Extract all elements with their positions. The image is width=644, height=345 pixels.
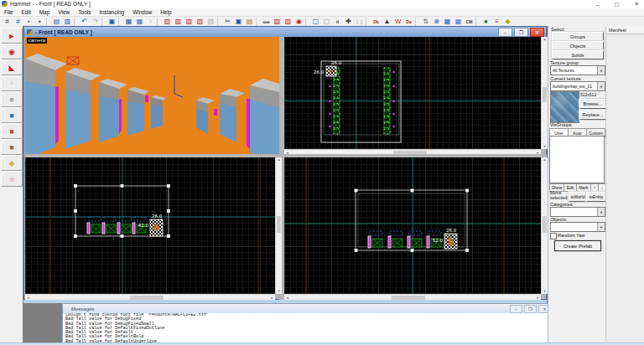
toggle-grid-3d-button[interactable]: # bbox=[13, 17, 23, 27]
menu-window[interactable]: Window bbox=[128, 9, 156, 15]
map-window-title-bar[interactable]: - Front [ READ ONLY ] –❐✕ bbox=[24, 27, 546, 37]
menu-tools[interactable]: Tools bbox=[74, 9, 95, 15]
map-window-restore-button[interactable]: ❐ bbox=[514, 28, 528, 37]
split-view-button[interactable]: ⇅ bbox=[420, 17, 431, 27]
copy-button[interactable]: ▣ bbox=[233, 17, 244, 27]
block-tool[interactable]: ■ bbox=[1, 91, 23, 107]
top-view-vscrollbar[interactable]: ▲▼ bbox=[541, 37, 548, 149]
paste-button[interactable]: ▤ bbox=[244, 17, 255, 27]
toggle-detail-objects-button[interactable]: ▫ bbox=[145, 17, 156, 27]
front-view-vscrollbar[interactable]: ▲▼ bbox=[275, 157, 282, 294]
chevron-down-icon[interactable]: ▼ bbox=[597, 223, 605, 231]
cordon-edit-button[interactable]: ▧ bbox=[272, 17, 283, 27]
current-texture-dropdown[interactable]: buildings/kap_ext_01 ▼ bbox=[550, 81, 605, 91]
minimize-button[interactable]: – bbox=[596, 2, 600, 8]
entity-tool[interactable]: + bbox=[1, 75, 23, 91]
camera-tool[interactable]: ◣ bbox=[1, 59, 23, 75]
select-solids-button[interactable]: Solids bbox=[552, 50, 604, 59]
messages-title-bar[interactable]: Messages –❐✕ bbox=[63, 304, 553, 313]
select-box-mode-button[interactable]: ▢ bbox=[310, 17, 321, 27]
save-window-state-button[interactable]: ▥ bbox=[62, 17, 73, 27]
grid-larger-button[interactable]: ▪ bbox=[34, 17, 45, 27]
map-window-close-button[interactable]: ✕ bbox=[530, 28, 544, 37]
objects-dropdown[interactable]: ▼ bbox=[550, 222, 605, 232]
map-window-minimize-button[interactable]: – bbox=[498, 28, 512, 37]
messages-minimize-button[interactable]: – bbox=[510, 305, 522, 313]
menu-view[interactable]: View bbox=[54, 9, 74, 15]
cut-button[interactable]: ✂ bbox=[222, 17, 233, 27]
create-prefab-button[interactable]: Create Prefab bbox=[554, 240, 601, 251]
redo-button[interactable]: ↷ bbox=[90, 17, 101, 27]
magnify-mode-button[interactable]: ▢ bbox=[321, 17, 332, 27]
grid-smaller-button[interactable]: ▪ bbox=[23, 17, 34, 27]
toggle-model-fade-button[interactable]: ▦ bbox=[134, 17, 145, 27]
viewport-2d-side[interactable]: 26.0 52.0 ▲▼ ◄► bbox=[284, 157, 547, 300]
random-yaw-checkbox[interactable] bbox=[550, 233, 557, 239]
chevron-down-icon[interactable]: ▼ bbox=[597, 82, 605, 90]
chevron-down-icon[interactable]: ▼ bbox=[597, 208, 605, 216]
toggle-world-button[interactable]: W bbox=[392, 17, 403, 27]
run-map-button[interactable]: ● bbox=[480, 17, 491, 27]
vertex-tool[interactable]: ☼ bbox=[1, 171, 23, 187]
viewport-3d[interactable]: camera bbox=[25, 37, 279, 154]
menu-instancing[interactable]: Instancing bbox=[96, 9, 129, 15]
viewport-2d-front[interactable]: 26.0 42.0 ▲▼ ◄► bbox=[25, 157, 281, 300]
toggle-helpers-button[interactable]: Db bbox=[371, 17, 382, 27]
grid-lower-button[interactable]: ▦ bbox=[453, 17, 464, 27]
selection-tool[interactable]: ► bbox=[1, 28, 23, 44]
select-touching-button[interactable]: ▨ bbox=[283, 17, 293, 27]
texture-group-dropdown[interactable]: All Textures ▼ bbox=[550, 65, 605, 75]
stop-compile-button[interactable]: ≡ bbox=[491, 17, 502, 27]
side-view-vscrollbar[interactable]: ▲▼ bbox=[541, 157, 548, 294]
map-window-icon bbox=[27, 29, 33, 35]
cm-toggle-button[interactable]: CM bbox=[464, 17, 475, 27]
texture-lock-button[interactable]: tl bbox=[332, 17, 343, 27]
entity-report-button[interactable]: ⋮⋮ bbox=[354, 17, 365, 27]
messages-restore-button[interactable]: ❐ bbox=[524, 305, 537, 313]
texture-preview[interactable] bbox=[550, 91, 579, 123]
maximize-button[interactable]: ▢ bbox=[614, 1, 619, 8]
carve-button[interactable]: ▧ bbox=[162, 17, 173, 27]
move-toworld-button[interactable]: toWorld bbox=[569, 192, 587, 202]
autosize-views-button[interactable]: ⊕ bbox=[431, 17, 442, 27]
grid-higher-button[interactable]: ▦ bbox=[442, 17, 453, 27]
categories-dropdown[interactable]: ▼ bbox=[550, 207, 605, 217]
viewport-2d-top[interactable]: 26.0 26.0 ▲▼ ◄► bbox=[284, 37, 547, 155]
move-toentity-button[interactable]: toEntity bbox=[586, 192, 606, 202]
replace-button[interactable]: Replace... bbox=[579, 110, 606, 120]
magnify-tool[interactable]: ◉ bbox=[1, 44, 23, 59]
select-objects-button[interactable]: Objects bbox=[552, 41, 604, 50]
visgroups-mark-button[interactable]: Mark bbox=[576, 183, 591, 192]
menu-help[interactable]: Help bbox=[156, 9, 175, 15]
menu-edit[interactable]: Edit bbox=[17, 9, 34, 15]
object-properties-button[interactable]: ▣ bbox=[106, 17, 117, 27]
texture-application-tool[interactable]: ■ bbox=[1, 107, 23, 123]
clipping-tool[interactable]: ◆ bbox=[1, 155, 23, 171]
menu-file[interactable]: File bbox=[0, 9, 17, 15]
select-arrow-button[interactable]: ▲ bbox=[382, 17, 392, 27]
undo-button[interactable]: ↶ bbox=[79, 17, 90, 27]
toggle-grid-button[interactable]: # bbox=[2, 17, 13, 27]
ungroup-button[interactable]: ▨ bbox=[195, 17, 205, 27]
chevron-down-icon[interactable]: ▼ bbox=[597, 66, 605, 75]
apply-overlays-tool[interactable]: ■ bbox=[1, 139, 23, 155]
object-bar: Select: GroupsObjectsSolids Texture grou… bbox=[548, 26, 605, 345]
cordon-state-button[interactable]: ▬ bbox=[261, 17, 272, 27]
load-window-state-button[interactable]: ▤ bbox=[51, 17, 62, 27]
auto-selection-button[interactable]: ◉ bbox=[293, 17, 304, 27]
apply-decals-tool[interactable]: ■ bbox=[1, 123, 23, 139]
group-button[interactable]: ▧ bbox=[184, 17, 195, 27]
messages-log[interactable]: Couldn't find custom font file 'resource… bbox=[63, 313, 553, 344]
menu-bar: FileEditMapViewToolsInstancingWindowHelp bbox=[0, 8, 644, 17]
make-hollow-button[interactable]: ▨ bbox=[173, 17, 184, 27]
lighting-preview-button[interactable]: ◆ bbox=[502, 17, 513, 27]
toggle-detail-button[interactable]: Da bbox=[403, 17, 414, 27]
menu-map[interactable]: Map bbox=[35, 9, 55, 15]
browse-button[interactable]: Browse... bbox=[579, 99, 606, 109]
ignore-groups-button[interactable]: ▨ bbox=[205, 17, 216, 27]
toggle-models-button[interactable]: ▦ bbox=[123, 17, 134, 27]
translate-mode-button[interactable]: ✚ bbox=[343, 17, 354, 27]
close-button[interactable]: ✕ bbox=[635, 1, 639, 8]
select-groups-button[interactable]: Groups bbox=[552, 32, 604, 41]
visgroups-list[interactable] bbox=[549, 136, 605, 183]
